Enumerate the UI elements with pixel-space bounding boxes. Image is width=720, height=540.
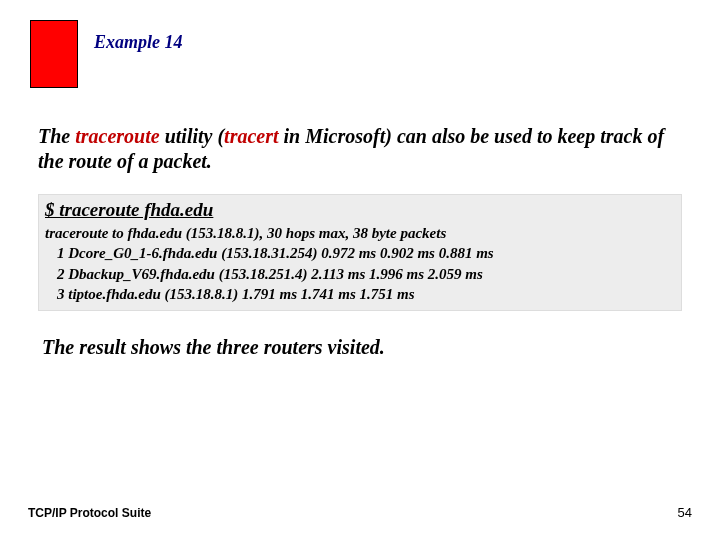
hop-row: 1 Dcore_G0_1-6.fhda.edu (153.18.31.254) …: [45, 243, 675, 263]
command-line: $ traceroute fhda.edu: [45, 199, 675, 221]
page-number: 54: [678, 505, 692, 520]
hop-row: 3 tiptoe.fhda.edu (153.18.8.1) 1.791 ms …: [45, 284, 675, 304]
intro-paragraph: The traceroute utility (tracert in Micro…: [38, 124, 678, 174]
output-header: traceroute to fhda.edu (153.18.8.1), 30 …: [45, 225, 446, 241]
traceroute-keyword: traceroute: [75, 125, 159, 147]
hop-row: 2 Dbackup_V69.fhda.edu (153.18.251.4) 2.…: [45, 264, 675, 284]
intro-pre: The: [38, 125, 75, 147]
footer-title: TCP/IP Protocol Suite: [28, 506, 151, 520]
result-paragraph: The result shows the three routers visit…: [42, 336, 682, 359]
example-label: Example 14: [94, 32, 183, 53]
tracert-keyword: tracert: [224, 125, 278, 147]
command-output-block: $ traceroute fhda.edu traceroute to fhda…: [38, 194, 682, 311]
slide-color-block: [30, 20, 78, 88]
intro-mid1: utility (: [160, 125, 224, 147]
command-output: traceroute to fhda.edu (153.18.8.1), 30 …: [45, 223, 675, 304]
